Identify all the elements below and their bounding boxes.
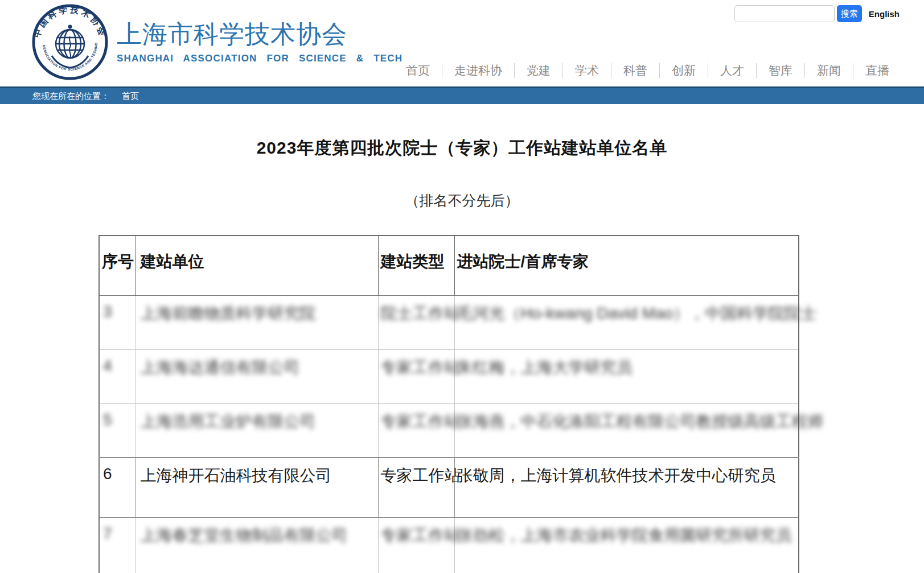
cell-index: 6: [99, 457, 135, 517]
cell-unit: 上海浩用工业炉有限公司: [135, 403, 378, 457]
nav-item-science-pop[interactable]: 科普: [611, 63, 659, 79]
nav-item-innovation[interactable]: 创新: [660, 63, 708, 79]
nav-item-academic[interactable]: 学术: [563, 63, 611, 79]
col-header-expert: 进站院士/首席专家: [454, 236, 799, 295]
article-content: 2023年度第四批次院士（专家）工作站建站单位名单 （排名不分先后） 序号 建站…: [0, 137, 924, 573]
search-area: 搜索 English: [734, 5, 900, 22]
cell-expert: 张敬周，上海计算机软件技术开发中心研究员: [454, 457, 799, 517]
cell-type: 专家工作站: [378, 403, 454, 457]
col-header-index: 序号: [99, 236, 135, 295]
nav-item-news[interactable]: 新闻: [805, 63, 853, 79]
cell-expert: 毛河光（Ho-kwang David Mao），中国科学院院士: [454, 295, 799, 349]
cell-unit: 上海春芝堂生物制品有限公司: [135, 517, 378, 573]
table-header-row: 序号 建站单位 建站类型 进站院士/首席专家: [99, 236, 799, 295]
cell-index: 3: [99, 295, 135, 349]
site-header: 中国科学技术协会 CHINA ASSOCIATION FOR SCIENCE A…: [0, 0, 924, 86]
page-subtitle: （排名不分先后）: [0, 191, 924, 210]
cell-unit: 上海海达通信有限公司: [135, 349, 378, 403]
nav-item-home[interactable]: 首页: [394, 63, 442, 79]
nav-item-live[interactable]: 直播: [853, 63, 901, 79]
cell-type: 专家工作站: [378, 457, 454, 517]
cell-expert: 张劲松，上海市农业科学院食用菌研究所研究员: [454, 517, 799, 573]
station-table: 序号 建站单位 建站类型 进站院士/首席专家 3 上海前瞻物质科学研究院 院士工…: [98, 235, 799, 573]
cast-seal-logo: 中国科学技术协会 CHINA ASSOCIATION FOR SCIENCE A…: [31, 3, 109, 81]
table-row: 3 上海前瞻物质科学研究院 院士工作站 毛河光（Ho-kwang David M…: [99, 295, 799, 349]
nav-item-talent[interactable]: 人才: [708, 63, 756, 79]
cell-index: 5: [99, 403, 135, 457]
cell-unit: 上海前瞻物质科学研究院: [135, 295, 378, 349]
station-table-wrap: 序号 建站单位 建站类型 进站院士/首席专家 3 上海前瞻物质科学研究院 院士工…: [98, 235, 924, 573]
cell-index: 7: [99, 517, 135, 573]
search-input[interactable]: [734, 5, 835, 22]
english-link[interactable]: English: [869, 9, 900, 19]
search-button[interactable]: 搜索: [837, 5, 862, 22]
main-nav: 首页 走进科协 党建 学术 科普 创新 人才 智库 新闻 直播: [394, 63, 901, 79]
brand-title: 上海市科学技术协会: [117, 20, 403, 48]
table-row: 7 上海春芝堂生物制品有限公司 专家工作站 张劲松，上海市农业科学院食用菌研究所…: [99, 517, 799, 573]
table-row: 6 上海神开石油科技有限公司 专家工作站 张敬周，上海计算机软件技术开发中心研究…: [99, 457, 799, 517]
cell-index: 4: [99, 349, 135, 403]
cell-type: 专家工作站: [378, 517, 454, 573]
col-header-unit: 建站单位: [135, 236, 378, 295]
table-row: 5 上海浩用工业炉有限公司 专家工作站 张海燕，中石化洛阳工程有限公司教授级高级…: [99, 403, 799, 457]
brand-block: 上海市科学技术协会 SHANGHAI ASSOCIATION FOR SCIEN…: [117, 20, 403, 64]
breadcrumb-home-link[interactable]: 首页: [122, 91, 139, 102]
cell-expert: 张海燕，中石化洛阳工程有限公司教授级高级工程师: [454, 403, 799, 457]
brand-subtitle: SHANGHAI ASSOCIATION FOR SCIENCE & TECH: [117, 53, 403, 64]
breadcrumb-label: 您现在所在的位置：: [32, 91, 109, 102]
breadcrumb-bar: 您现在所在的位置： 首页: [0, 86, 924, 104]
nav-item-thinktank[interactable]: 智库: [757, 63, 804, 79]
cell-unit: 上海神开石油科技有限公司: [135, 457, 378, 517]
cell-type: 院士工作站: [378, 295, 454, 349]
col-header-type: 建站类型: [378, 236, 454, 295]
cell-expert: 朱红梅，上海大学研究员: [454, 349, 799, 403]
page-title: 2023年度第四批次院士（专家）工作站建站单位名单: [0, 137, 924, 160]
nav-item-party[interactable]: 党建: [515, 63, 562, 79]
cell-type: 专家工作站: [378, 349, 454, 403]
nav-item-about[interactable]: 走进科协: [442, 63, 514, 79]
table-row: 4 上海海达通信有限公司 专家工作站 朱红梅，上海大学研究员: [99, 349, 799, 403]
